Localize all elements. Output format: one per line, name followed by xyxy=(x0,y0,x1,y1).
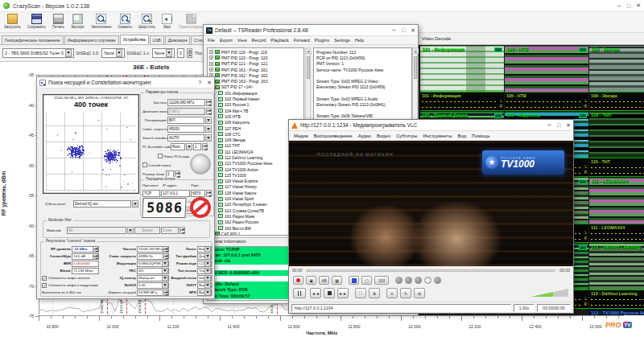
frame-step-button[interactable]: ▦ xyxy=(332,276,342,285)
close-icon[interactable]: ✕ xyxy=(411,27,415,34)
chevron-down-icon[interactable] xyxy=(127,227,134,234)
video-decode-cell[interactable]: 101 - Информация101 - ИнформацияLR xyxy=(420,46,504,112)
menu-playback[interactable]: Playback xyxy=(270,38,288,43)
video-decode-cell[interactable]: 110 - ТНТ110 - ТНТLR xyxy=(589,112,644,178)
tree-item[interactable]: 103 Россия 1 xyxy=(208,102,303,108)
maximize-icon[interactable]: □ xyxy=(402,27,405,33)
result-value[interactable]: 0,0000000 xyxy=(72,261,99,267)
value-spin[interactable] xyxy=(93,253,98,260)
chevron-down-icon[interactable] xyxy=(162,261,168,267)
pl-scramble-spin[interactable] xyxy=(202,143,208,150)
shuffle-button[interactable]: ⇄ xyxy=(414,288,425,298)
chevron-down-icon[interactable] xyxy=(204,290,211,296)
chevron-down-icon[interactable] xyxy=(204,275,211,281)
video-decode-cell[interactable]: 113 - TV1000 Русское Кино113 - TV1000 Ру… xyxy=(589,310,644,315)
result-value[interactable]: Инверсия xyxy=(137,275,169,281)
minimize-icon[interactable]: ─ xyxy=(617,3,621,9)
result-value[interactable]: Выкл. xyxy=(197,246,212,253)
subtitle-sync-button[interactable]: ▢ xyxy=(361,276,372,285)
seek-slider[interactable] xyxy=(306,269,555,272)
extended-settings-button[interactable]: ≣ xyxy=(369,288,380,298)
pls-search-checkbox[interactable] xyxy=(158,154,163,158)
scrollbar-thumb[interactable] xyxy=(414,56,418,79)
chevron-down-icon[interactable] xyxy=(204,253,211,260)
chevron-down-icon[interactable] xyxy=(205,117,212,124)
tree-expander-icon[interactable]: + xyxy=(209,62,213,66)
toolbar-button-zoom[interactable]: Увеличение xyxy=(89,13,114,32)
result-value[interactable]: -32 dBm xyxy=(72,246,99,253)
result-value[interactable]: Длинный xyxy=(197,253,212,260)
ab-loop-button[interactable]: AB xyxy=(319,276,329,285)
tab-устройства[interactable]: Устройства xyxy=(120,35,149,44)
tree-item[interactable]: –SDT PID 17 <24> xyxy=(208,84,303,90)
protocol-select[interactable]: TCP xyxy=(142,190,160,197)
result-value[interactable]: DVBS2/QPSK xyxy=(137,261,169,267)
color-dot-icon[interactable] xyxy=(405,277,412,284)
loop-button[interactable]: ↻ xyxy=(400,288,411,298)
tree-item[interactable]: 102 Первый Канал xyxy=(208,96,303,101)
menu-forward[interactable]: Forward xyxy=(294,38,310,43)
chevron-down-icon[interactable] xyxy=(204,261,211,267)
tree-item[interactable]: +PMT PID 121 - Progr. 121 xyxy=(208,61,303,67)
chevron-down-icon[interactable] xyxy=(162,282,168,289)
toolbar-button-transponders[interactable]: Транспондеры xyxy=(176,13,206,32)
menu-file[interactable]: File xyxy=(208,38,215,43)
frequency-input[interactable]: 11106,080 МГц xyxy=(167,99,205,106)
menu-5[interactable]: Инструменты xyxy=(423,134,452,138)
diseqc1x-select[interactable]: None xyxy=(152,48,175,58)
tree-item[interactable]: 101 Информация xyxy=(208,90,303,96)
tree-item[interactable]: +PMT PID 161 - Progr. 161 xyxy=(208,67,303,72)
tab-lnb[interactable]: LNB xyxy=(150,35,164,44)
chevron-down-icon[interactable] xyxy=(116,49,122,57)
position-spin-buttons[interactable] xyxy=(187,48,192,58)
chevron-down-icon[interactable] xyxy=(65,49,72,57)
minimize-icon[interactable]: ─ xyxy=(547,122,551,128)
menu-view[interactable]: View xyxy=(237,38,247,43)
menu-1[interactable]: Воспроизведение xyxy=(314,134,353,138)
tree-item[interactable]: +PMT PID 162 - Progr. 162 xyxy=(208,72,303,78)
color-dot-icon[interactable] xyxy=(395,277,402,284)
menu-6[interactable]: Вид xyxy=(458,134,467,138)
vlc-titlebar[interactable]: http://127.0.0.1:1234 - Медиапроигрывате… xyxy=(289,120,573,131)
chevron-down-icon[interactable] xyxy=(204,282,211,289)
toolbar-button-open[interactable]: Загрузить xyxy=(2,13,23,32)
result-value[interactable]: 14,0 dB xyxy=(72,253,99,260)
chevron-down-icon[interactable] xyxy=(132,200,138,207)
menu-7[interactable]: Помощь xyxy=(472,134,489,138)
result-value[interactable]: 71,234 Мбит xyxy=(72,268,99,274)
checkbox-icon[interactable]: ✓ xyxy=(42,283,47,288)
menu-3[interactable]: Видео xyxy=(377,134,390,138)
volume-slider[interactable] xyxy=(531,289,568,297)
dvd-menu-button[interactable] xyxy=(349,276,359,285)
value-spin[interactable] xyxy=(163,290,168,296)
tree-item[interactable]: +PMT PID 163 - Progr. 163 xyxy=(208,78,303,84)
chevron-down-icon[interactable] xyxy=(204,246,211,253)
menu-settings[interactable]: Settings xyxy=(334,38,350,43)
detect-interval-spin[interactable] xyxy=(180,227,185,234)
detect-interval[interactable]: 3 сек. xyxy=(161,227,179,234)
tree-item[interactable]: +PMT PID 119 - Progr. 119 xyxy=(208,49,303,55)
pause-button[interactable] xyxy=(293,288,306,298)
fullscreen-button[interactable]: ⛶ xyxy=(355,288,366,298)
pl-scramble-select[interactable]: Root xyxy=(171,143,185,150)
vlc-video-area[interactable]: ПОСЛЕДНИЙ ИЗ МАГИКЯН ★ РУССКОЕ КИНО TV10… xyxy=(289,141,573,266)
port-input[interactable]: 6970 xyxy=(191,190,205,197)
chevron-down-icon[interactable] xyxy=(162,268,168,274)
value-spin[interactable] xyxy=(163,246,168,253)
video-decode-cell[interactable]: 109 - Звезда109 - ЗвездаLR xyxy=(589,46,644,112)
menu-record[interactable]: Record xyxy=(252,38,266,43)
checkbox-icon[interactable]: ✓ xyxy=(42,276,47,281)
color-dot-icon[interactable] xyxy=(415,277,422,284)
tuner-select[interactable]: 2 - TBS 6900 DVBS/S2 Tuner 0 xyxy=(2,48,74,58)
iqscan-point-select[interactable]: Demod IQ out xyxy=(73,200,131,207)
stop-button[interactable] xyxy=(190,197,211,218)
pl-scramble-number[interactable]: 1 xyxy=(193,143,201,150)
modcode-select[interactable]: All xyxy=(67,227,126,234)
close-icon[interactable]: ✕ xyxy=(566,122,571,129)
scroll-up-icon[interactable]: ▲ xyxy=(306,48,312,54)
result-value[interactable]: 44990 Кс xyxy=(137,253,169,260)
tab-стиль[interactable]: Стиль xyxy=(191,35,203,44)
search-standard-select[interactable]: AUTO xyxy=(167,134,204,142)
minimize-icon[interactable]: ─ xyxy=(392,27,396,33)
blind-search-checkbox[interactable] xyxy=(142,162,147,167)
